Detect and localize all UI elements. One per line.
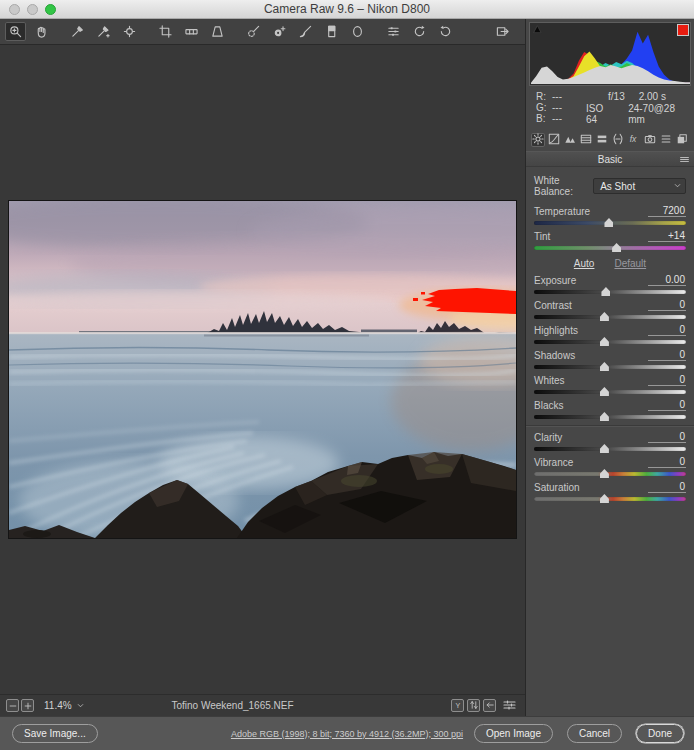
zoom-in-button[interactable] (21, 699, 34, 712)
red-eye-tool-button[interactable] (269, 22, 290, 41)
tint-slider-track[interactable] (534, 246, 686, 250)
exposure-slider-track[interactable] (534, 290, 686, 294)
tab-lens-corrections[interactable] (611, 133, 625, 147)
split-toning-tab-icon (596, 133, 608, 147)
blacks-slider-thumb[interactable] (600, 412, 609, 421)
tab-camera-calibration[interactable] (643, 133, 657, 147)
blacks-slider-track[interactable] (534, 415, 686, 419)
contrast-slider-track[interactable] (534, 315, 686, 319)
contrast-value-field[interactable]: 0 (648, 299, 686, 311)
traffic-lights (9, 4, 56, 15)
zoom-tool-button[interactable] (5, 22, 26, 41)
slider-saturation: Saturation0 (534, 480, 686, 501)
tint-slider-thumb[interactable] (612, 243, 621, 252)
blacks-label: Blacks (534, 400, 563, 411)
open-image-button[interactable]: Open Image (474, 724, 553, 743)
transform-tool-button[interactable] (207, 22, 228, 41)
whites-slider-track[interactable] (534, 390, 686, 394)
temperature-slider-track[interactable] (534, 221, 686, 225)
shadows-slider-thumb[interactable] (600, 362, 609, 371)
graduated-filter-tool-button[interactable] (321, 22, 342, 41)
saturation-slider-thumb[interactable] (600, 494, 609, 503)
minimize-button[interactable] (27, 4, 38, 15)
adjustment-brush-tool-button[interactable] (295, 22, 316, 41)
r-value: --- (552, 91, 562, 102)
clarity-value-field[interactable]: 0 (648, 431, 686, 443)
svg-text:fx: fx (630, 134, 637, 144)
lens-value: 24-70@28 mm (628, 103, 688, 125)
clarity-slider-track[interactable] (534, 447, 686, 451)
slider-highlights: Highlights0 (534, 323, 686, 344)
rotate-left-tool-button[interactable] (409, 22, 430, 41)
tab-snapshots[interactable] (675, 133, 689, 147)
highlights-slider-thumb[interactable] (600, 337, 609, 346)
shadows-slider-track[interactable] (534, 365, 686, 369)
contrast-slider-thumb[interactable] (600, 312, 609, 321)
temperature-value-field[interactable]: 7200 (648, 205, 686, 217)
saturation-value-field[interactable]: 0 (648, 481, 686, 493)
exposure-value-field[interactable]: 0.00 (648, 274, 686, 286)
save-image-button[interactable]: Save Image... (12, 724, 98, 743)
default-link[interactable]: Default (614, 258, 646, 269)
photo-image (9, 201, 516, 538)
preview-options-button[interactable] (502, 698, 517, 712)
tab-presets[interactable] (659, 133, 673, 147)
preview-y-button[interactable]: Y (451, 699, 464, 712)
zoom-level-value[interactable]: 11.4% (44, 700, 72, 711)
hand-tool-button[interactable] (31, 22, 52, 41)
tab-detail[interactable] (563, 133, 577, 147)
saturation-slider-track[interactable] (534, 497, 686, 501)
zoom-out-button[interactable] (6, 699, 19, 712)
detail-tab-icon (564, 133, 576, 147)
exposure-info: f/13 2.00 s ISO 64 24-70@28 mm (586, 91, 688, 125)
highlights-slider-track[interactable] (534, 340, 686, 344)
exposure-slider-thumb[interactable] (601, 287, 610, 296)
highlights-value-field[interactable]: 0 (648, 324, 686, 336)
tab-split-toning[interactable] (595, 133, 609, 147)
white-balance-tool-button[interactable] (67, 22, 88, 41)
zoom-level-menu-icon[interactable] (76, 701, 85, 710)
crop-tool-button[interactable] (155, 22, 176, 41)
white-balance-label: White Balance: (534, 175, 593, 197)
auto-link[interactable]: Auto (574, 258, 595, 269)
white-balance-select[interactable]: As Shot (593, 178, 686, 194)
shadows-value-field[interactable]: 0 (648, 349, 686, 361)
slider-whites: Whites0 (534, 373, 686, 394)
histogram[interactable] (529, 22, 691, 86)
swap-arrows-button[interactable] (467, 699, 480, 712)
tint-value-field[interactable]: +14 (648, 230, 686, 242)
clarity-slider-thumb[interactable] (600, 444, 609, 453)
whites-slider-thumb[interactable] (600, 387, 609, 396)
targeted-adjustment-tool-button[interactable] (119, 22, 140, 41)
cancel-button[interactable]: Cancel (567, 724, 622, 743)
r-label: R: (536, 91, 552, 102)
radial-filter-tool-button[interactable] (347, 22, 368, 41)
vibrance-slider-track[interactable] (534, 472, 686, 476)
tab-basic[interactable] (531, 133, 545, 147)
temperature-slider-thumb[interactable] (604, 218, 613, 227)
close-button[interactable] (9, 4, 20, 15)
spot-removal-icon (247, 25, 260, 38)
vibrance-slider-thumb[interactable] (600, 469, 609, 478)
tab-hsl[interactable] (579, 133, 593, 147)
vibrance-value-field[interactable]: 0 (648, 456, 686, 468)
blacks-value-field[interactable]: 0 (648, 399, 686, 411)
preferences-tool-button[interactable] (383, 22, 404, 41)
whites-value-field[interactable]: 0 (648, 374, 686, 386)
straighten-tool-button[interactable] (181, 22, 202, 41)
left-arrow-button[interactable] (483, 699, 496, 712)
slider-tint: Tint+14 (534, 229, 686, 250)
color-sampler-tool-button[interactable] (93, 22, 114, 41)
adjustment-brush-icon (299, 25, 312, 38)
workflow-options-link[interactable]: Adobe RGB (1998); 8 bit; 7360 by 4912 (3… (231, 729, 463, 739)
spot-removal-tool-button[interactable] (243, 22, 264, 41)
tab-tone-curve[interactable] (547, 133, 561, 147)
tab-effects[interactable]: fx (627, 133, 641, 147)
photo-preview[interactable] (8, 200, 517, 539)
zoom-button[interactable] (45, 4, 56, 15)
panel-menu-icon[interactable] (679, 154, 690, 165)
rotate-right-tool-button[interactable] (435, 22, 456, 41)
graduated-filter-icon (325, 25, 338, 38)
fullscreen-toggle-button[interactable] (492, 22, 513, 41)
done-button[interactable]: Done (636, 724, 684, 743)
